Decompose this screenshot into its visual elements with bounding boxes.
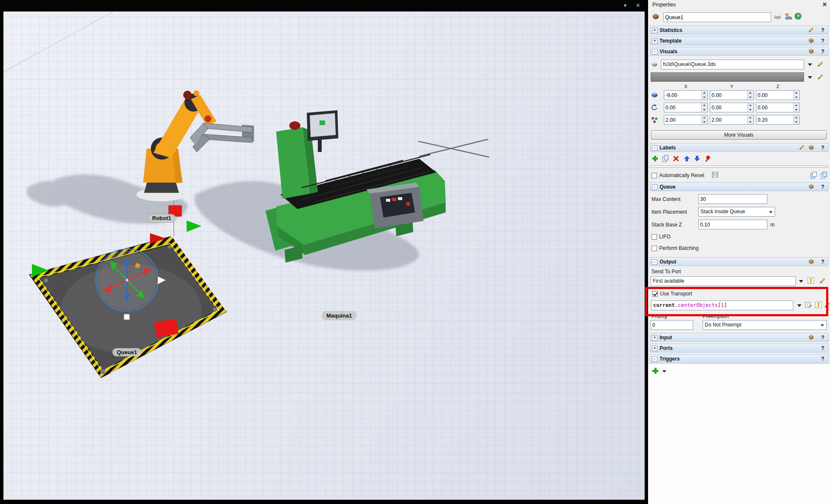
expand-toggle-icon[interactable]: + (652, 28, 657, 33)
max-content-input[interactable] (698, 194, 767, 204)
size-z-field[interactable] (756, 115, 800, 125)
edit-shape-icon[interactable] (817, 61, 824, 67)
rotation-z-field[interactable] (756, 103, 800, 112)
spinner[interactable] (793, 91, 799, 100)
package-icon[interactable] (808, 37, 815, 44)
help-icon[interactable]: ? (821, 334, 824, 341)
help-icon[interactable]: ? (821, 48, 824, 54)
section-header-labels[interactable]: - Labels ? (650, 143, 828, 152)
package-icon[interactable] (808, 183, 815, 190)
section-header-queue[interactable]: - Queue ? (650, 182, 828, 191)
expand-toggle-icon[interactable]: - (652, 184, 657, 190)
tree-browse-icon[interactable] (785, 13, 792, 20)
move-down-icon[interactable] (694, 155, 701, 162)
script-icon[interactable] (807, 277, 814, 284)
edit-icon[interactable] (799, 144, 806, 151)
viewport-collapse-icon[interactable]: ▾ (624, 2, 627, 9)
expand-toggle-icon[interactable]: - (652, 259, 657, 265)
expand-toggle-icon[interactable]: + (652, 346, 657, 351)
viewport-close-icon[interactable]: ✕ (636, 2, 640, 9)
position-y-field[interactable] (710, 90, 754, 100)
stack-base-input[interactable] (698, 220, 767, 229)
save-disk-icon[interactable] (712, 172, 718, 178)
move-up-icon[interactable] (683, 155, 691, 162)
3d-viewport[interactable]: Robot1 Maquina1 Queue1 (3, 11, 645, 500)
copy-label-icon[interactable] (662, 155, 669, 162)
help-icon[interactable]: ? (821, 27, 824, 33)
template-edit-icon[interactable] (805, 301, 812, 309)
package-icon[interactable] (808, 48, 815, 55)
expand-toggle-icon[interactable]: - (652, 49, 657, 54)
rename-icon[interactable]: Iab (774, 14, 781, 20)
section-header-visuals[interactable]: - Visuals ? (650, 47, 828, 56)
transport-dropdown-arrow[interactable] (795, 301, 803, 310)
send-to-port-dropdown-arrow[interactable] (797, 276, 804, 286)
auto-reset-checkbox[interactable] (651, 173, 657, 178)
shape-file-field[interactable]: fs3d\Queue\Queue.3ds (661, 60, 804, 69)
panel-close-icon[interactable]: ✕ (822, 1, 827, 8)
priority-input[interactable] (651, 320, 693, 330)
section-header-template[interactable]: + Template ? (650, 36, 828, 45)
expand-toggle-icon[interactable]: + (652, 335, 657, 341)
help-icon[interactable]: ? (821, 345, 824, 351)
size-y-field[interactable] (710, 115, 754, 125)
perform-batching-checkbox[interactable] (651, 246, 657, 251)
rotation-y-field[interactable] (710, 103, 754, 112)
package-icon[interactable] (808, 144, 815, 151)
rotation-x-field[interactable] (664, 103, 708, 112)
gizmo-square-handle[interactable] (124, 314, 130, 320)
spinner[interactable] (701, 103, 707, 112)
position-z-field[interactable] (756, 90, 800, 100)
color-dropdown-arrow[interactable] (806, 72, 813, 82)
paste-table-icon[interactable] (820, 172, 827, 179)
add-trigger-dropdown-arrow[interactable] (662, 369, 667, 374)
pin-label-icon[interactable] (704, 155, 711, 162)
section-header-input[interactable]: + Input ? (650, 333, 828, 342)
color-swatch-bar[interactable] (651, 72, 804, 82)
section-header-triggers[interactable]: - Triggers ? (650, 354, 828, 363)
labels-list-empty[interactable] (649, 166, 828, 168)
spinner[interactable] (747, 115, 753, 124)
script-icon[interactable] (815, 301, 822, 308)
spinner[interactable] (747, 91, 753, 100)
add-trigger-icon[interactable] (651, 367, 659, 375)
edit-icon[interactable] (819, 278, 826, 284)
position-x-field[interactable] (664, 90, 708, 100)
help-icon[interactable]: ? (795, 13, 801, 20)
spinner[interactable] (701, 91, 707, 100)
item-placement-dropdown[interactable]: Stack Inside Queue (698, 207, 775, 217)
send-to-port-field[interactable]: First available (651, 276, 796, 286)
expand-toggle-icon[interactable]: + (652, 38, 657, 44)
shape-dropdown-arrow[interactable] (806, 60, 813, 69)
package-icon[interactable] (808, 334, 815, 341)
spinner[interactable] (793, 115, 799, 124)
help-icon[interactable]: ? (821, 258, 824, 265)
delete-label-icon[interactable] (672, 155, 680, 162)
section-header-output[interactable]: - Output ? (650, 257, 828, 266)
package-icon[interactable] (808, 258, 815, 265)
edit-color-icon[interactable] (817, 74, 824, 80)
edit-icon[interactable] (808, 27, 815, 34)
help-icon[interactable]: ? (821, 355, 824, 362)
transport-code-field[interactable]: current.centerObjects[1] (651, 301, 793, 310)
size-x-field[interactable] (664, 115, 708, 125)
help-icon[interactable]: ? (821, 183, 824, 190)
use-transport-checkbox[interactable] (652, 291, 658, 297)
spinner[interactable] (747, 103, 753, 112)
copy-table-icon[interactable] (810, 172, 817, 179)
help-icon[interactable]: ? (821, 144, 824, 151)
object-name-input[interactable] (663, 12, 771, 22)
section-header-ports[interactable]: + Ports ? (650, 344, 828, 352)
edit-icon[interactable] (824, 302, 830, 308)
preemption-dropdown[interactable]: Do Not Preempt (703, 320, 827, 330)
expand-toggle-icon[interactable]: - (652, 145, 657, 151)
more-visuals-button[interactable]: More Visuals (651, 130, 827, 140)
section-header-statistics[interactable]: + Statistics ? (650, 26, 828, 34)
spinner[interactable] (701, 115, 707, 124)
expand-toggle-icon[interactable]: - (652, 356, 657, 362)
add-label-icon[interactable] (651, 155, 659, 162)
port-marker-green-mid[interactable] (187, 220, 202, 232)
spinner[interactable] (793, 103, 799, 112)
help-icon[interactable]: ? (821, 37, 824, 44)
lifo-checkbox[interactable] (651, 234, 657, 240)
